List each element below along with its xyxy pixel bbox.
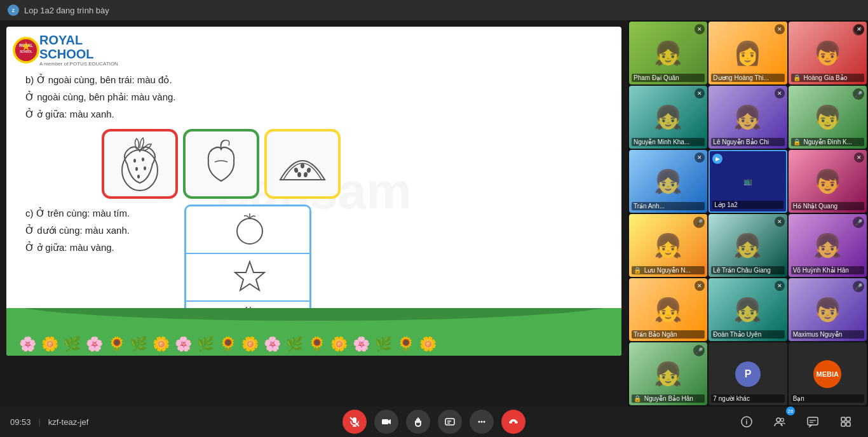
svg-point-10 — [144, 166, 146, 170]
logo-emblem: ROYAL SCHOOL — [13, 37, 39, 64]
fruit-col-box-top — [186, 206, 311, 254]
participant-name-15: Maximus Nguyễn — [791, 330, 864, 339]
svg-rect-24 — [445, 419, 454, 425]
participant-name-4: Nguyễn Minh Kha... — [632, 138, 705, 146]
main-presentation-area: ROYAL SCHOOL ROYALSCHOOL A member of POT… — [0, 20, 628, 407]
svg-text:SCHOOL: SCHOOL — [20, 50, 32, 53]
mic-button[interactable] — [342, 410, 367, 434]
participant-name-2: Dương Hoàng Thi... — [711, 74, 784, 82]
participant-name-9: Hồ Nhật Quang — [791, 202, 864, 210]
person-avatar-2: 👩 — [733, 40, 762, 67]
grass-decoration: 🌸🌼🌿🌸🌻🌿🌼🌸🌿🌻🌼🌸🌿🌻🌼🌸🌿🌻🌼 — [6, 308, 621, 356]
close-tile-9[interactable]: ✕ — [854, 152, 864, 163]
svg-point-33 — [781, 419, 784, 422]
participant-name-5: Lê Nguyễn Bảo Chi — [711, 138, 784, 146]
end-call-button[interactable] — [501, 410, 526, 434]
caption-button[interactable] — [438, 410, 462, 434]
camera-button[interactable] — [374, 410, 398, 434]
section-b-line1: b) Ở ngoài cùng, bên trái: màu đỏ. — [25, 71, 602, 88]
participant-name-active: Lớp 1a2 — [712, 201, 783, 209]
bottom-right-controls: i 26 — [731, 410, 858, 434]
self-tile-name: Bạn — [791, 394, 864, 403]
group-tile-name: 7 người khác — [711, 394, 784, 403]
person-avatar-10: 👧 — [654, 232, 682, 259]
svg-point-11 — [137, 175, 140, 178]
mute-icon-6: 🎤 — [853, 88, 864, 100]
more-options-button[interactable] — [470, 410, 494, 434]
section-b-line3: Ở ở giữa: màu xanh. — [25, 105, 602, 123]
video-tile-self: MEBIA Bạn — [789, 342, 867, 405]
svg-point-15 — [297, 172, 301, 177]
svg-rect-34 — [808, 417, 818, 425]
svg-point-16 — [303, 172, 308, 178]
svg-rect-40 — [846, 422, 850, 426]
divider-1: | — [39, 417, 41, 426]
school-logo: ROYAL SCHOOL ROYALSCHOOL A member of POT… — [13, 33, 118, 67]
video-tile-15: 👦 Maximus Nguyễn 🎤 — [789, 278, 867, 341]
close-tile-14[interactable]: ✕ — [775, 281, 785, 291]
video-tile-16: 👧 🔒 Nguyễn Bảo Hân 🎤 — [629, 342, 707, 405]
flower-decorations: 🌸🌼🌿🌸🌻🌿🌼🌸🌿🌻🌼🌸🌿🌻🌼🌸🌿🌻🌼 — [6, 336, 621, 353]
svg-rect-23 — [382, 419, 388, 424]
section-b: b) Ở ngoài cùng, bên trái: màu đỏ. Ở ngo… — [25, 71, 602, 199]
svg-point-27 — [478, 421, 480, 423]
close-tile-13[interactable]: ✕ — [695, 281, 705, 291]
video-tile-group[interactable]: P 7 người khác — [709, 342, 787, 405]
person-avatar-6: 👦 — [813, 104, 842, 131]
svg-point-8 — [142, 158, 144, 161]
participant-name-6: 🔒 Nguyễn Đình K... — [791, 138, 864, 146]
mute-icon-10: 🎤 — [693, 217, 705, 228]
person-avatar-7: 👧 — [654, 168, 682, 195]
svg-point-7 — [133, 159, 136, 163]
section-b-line2: Ở ngoài cùng, bên phải: màu vàng. — [25, 88, 602, 105]
section-c-text: c) Ở trên cùng: màu tím. Ở dưới cùng: mà… — [25, 205, 165, 256]
close-tile-5[interactable]: ✕ — [775, 88, 785, 98]
svg-point-12 — [294, 167, 299, 173]
video-tile-14: 👧 Đoàn Thảo Uyên ✕ — [709, 278, 787, 341]
svg-point-32 — [776, 418, 780, 422]
participant-name-14: Đoàn Thảo Uyên — [711, 330, 784, 339]
lock-icon-6: 🔒 — [793, 138, 801, 145]
lock-icon-16: 🔒 — [634, 395, 641, 402]
video-panel: 👧 Pham Đại Quân ✕ 👩 Dương Hoàng Thi... ✕… — [628, 20, 868, 407]
video-tile-1: 👧 Pham Đại Quân ✕ — [629, 22, 707, 84]
svg-text:i: i — [746, 419, 748, 426]
svg-point-14 — [306, 167, 311, 173]
chat-button[interactable] — [801, 410, 825, 434]
participant-name-1: Pham Đại Quân — [632, 74, 705, 82]
mute-icon-12: 🎤 — [853, 217, 864, 228]
close-tile-3[interactable]: ✕ — [854, 24, 864, 34]
slide-container: ROYAL SCHOOL ROYALSCHOOL A member of POT… — [6, 27, 621, 356]
school-name: ROYALSCHOOL — [39, 33, 118, 61]
close-tile-1[interactable]: ✕ — [695, 24, 705, 34]
participants-container: 26 — [768, 410, 792, 434]
person-avatar-16: 👧 — [654, 361, 682, 387]
svg-point-6 — [122, 150, 158, 191]
svg-rect-38 — [846, 417, 850, 421]
participant-name-12: Võ Huỳnh Khải Hân — [791, 266, 864, 274]
raise-hand-button[interactable] — [406, 410, 430, 434]
participant-name-13: Trần Bảo Ngân — [632, 330, 705, 339]
info-button[interactable]: i — [735, 410, 759, 434]
video-tile-9: 👦 Hồ Nhật Quang ✕ — [789, 150, 867, 213]
person-avatar-9: 👦 — [813, 168, 842, 195]
section-c-line2: Ở dưới cùng: màu xanh. — [25, 222, 165, 239]
group-avatar: P — [735, 361, 761, 387]
person-avatar-13: 👧 — [654, 297, 682, 323]
close-tile-2[interactable]: ✕ — [775, 24, 785, 34]
close-tile-4[interactable]: ✕ — [695, 88, 705, 98]
person-avatar-12: 👧 — [813, 232, 842, 259]
person-avatar-15: 👦 — [813, 297, 842, 323]
svg-point-17 — [237, 218, 262, 244]
video-tile-7: 👧 Trần Anh... ✕ — [629, 150, 707, 213]
section-c-line1: c) Ở trên cùng: màu tím. — [25, 205, 165, 222]
svg-point-13 — [301, 163, 304, 168]
person-avatar-14: 👧 — [733, 297, 762, 323]
activities-button[interactable] — [834, 410, 858, 434]
close-tile-7[interactable]: ✕ — [695, 152, 705, 163]
video-tile-5: 👧 Lê Nguyễn Bảo Chi ✕ — [709, 86, 787, 149]
close-tile-11[interactable]: ✕ — [775, 217, 785, 227]
person-avatar-4: 👧 — [654, 104, 682, 131]
participant-name-10: 🔒 Lưu Nguyễn N... — [632, 266, 705, 274]
fruit-box-strawberry — [102, 129, 178, 199]
